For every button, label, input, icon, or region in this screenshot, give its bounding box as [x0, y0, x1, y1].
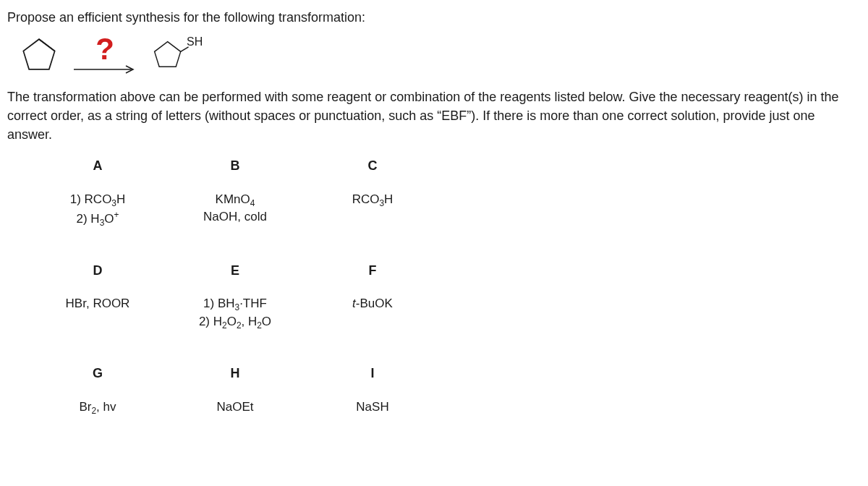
reagent-A: A 1) RCO3H 2) H3O+: [29, 157, 166, 229]
question-mark-icon: ?: [95, 34, 114, 64]
reagent-formula: 1) BH3·THF 2) H2O2, H2O: [199, 296, 271, 331]
reagent-formula: NaOEt: [216, 399, 253, 416]
starting-material-pentagon: [20, 35, 58, 73]
product-structure: SH: [152, 35, 203, 73]
reagent-letter: D: [93, 262, 103, 280]
reaction-arrow-group: ?: [72, 34, 137, 74]
reagent-formula: NaSH: [356, 399, 388, 416]
reagent-letter: A: [93, 157, 103, 175]
reagent-letter: F: [369, 262, 377, 280]
question-prompt: Propose an efficient synthesis for the f…: [7, 9, 861, 27]
reagent-H: H NaOEt: [166, 364, 304, 417]
reagent-formula: RCO3H: [352, 192, 393, 209]
svg-marker-4: [155, 42, 181, 67]
reagent-B: B KMnO4 NaOH, cold: [166, 157, 304, 229]
reagent-letter: H: [231, 364, 240, 383]
reagent-formula: t-BuOK: [352, 296, 393, 312]
reagent-letter: B: [231, 157, 240, 175]
reagent-G: G Br2, hv: [29, 364, 166, 417]
arrow-icon: [72, 64, 137, 74]
reagent-C: C RCO3H: [304, 157, 441, 229]
reagent-letter: C: [368, 157, 378, 175]
sh-label: SH: [187, 34, 203, 50]
reagent-I: I NaSH: [304, 364, 441, 417]
reagent-grid: A 1) RCO3H 2) H3O+ B KMnO4 NaOH, cold C …: [29, 157, 861, 416]
instructions-text: The transformation above can be performe…: [7, 88, 861, 144]
reagent-letter: I: [370, 364, 374, 383]
reagent-formula: Br2, hv: [79, 399, 116, 417]
reaction-scheme: ? SH: [20, 34, 861, 74]
product-pentagon: [152, 35, 190, 73]
reagent-letter: E: [231, 262, 239, 280]
reagent-formula: HBr, ROOR: [66, 296, 130, 312]
reagent-formula: 1) RCO3H 2) H3O+: [70, 192, 126, 229]
reagent-formula: KMnO4 NaOH, cold: [203, 192, 267, 226]
svg-marker-0: [23, 39, 54, 69]
svg-line-1: [39, 39, 55, 51]
reagent-E: E 1) BH3·THF 2) H2O2, H2O: [166, 262, 304, 331]
reagent-F: F t-BuOK: [304, 262, 441, 331]
reagent-letter: G: [93, 364, 103, 383]
reagent-D: D HBr, ROOR: [29, 262, 166, 331]
